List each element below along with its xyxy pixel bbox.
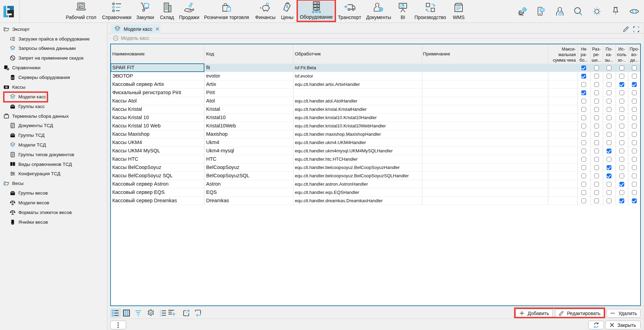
svg-text:3: 3 xyxy=(160,314,161,316)
svg-text:$: $ xyxy=(286,4,288,9)
svg-text:2: 2 xyxy=(160,312,161,314)
svg-text:1: 1 xyxy=(160,310,161,312)
